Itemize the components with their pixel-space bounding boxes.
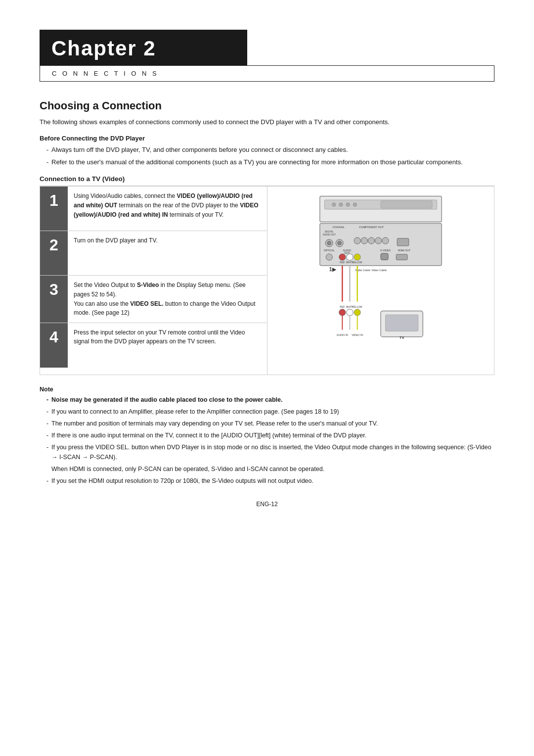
svg-text:YELLOW: YELLOW [353,306,362,308]
note-bullet-5: If you set the HDMI output resolution to… [46,476,494,486]
svg-point-20 [382,237,389,244]
note-bullet-2: The number and position of terminals may… [46,419,494,428]
svg-point-46 [347,309,353,316]
svg-text:DIGITAL: DIGITAL [325,231,334,234]
step-row-2: 2 Turn on the DVD player and TV. [40,231,267,276]
note-label: Note [40,386,494,393]
svg-point-27 [326,254,332,260]
svg-text:RED: RED [340,306,345,308]
step-content-1: Using Video/Audio cables, connect the VI… [68,187,267,231]
svg-point-2 [332,203,336,207]
svg-point-17 [361,237,367,244]
svg-text:YELLOW: YELLOW [353,261,362,264]
svg-point-16 [354,237,360,244]
svg-text:OPTICAL: OPTICAL [324,249,335,252]
note-no-bullet: When HDMI is connected, only P-SCAN can … [46,464,494,474]
svg-point-3 [339,203,343,207]
svg-point-47 [354,309,360,316]
svg-point-45 [339,309,346,316]
step-number-2: 2 [40,231,68,275]
svg-point-29 [347,254,353,260]
svg-point-28 [339,254,346,260]
svg-text:COMPONENT OUT: COMPONENT OUT [359,226,384,229]
svg-text:TV: TV [400,336,404,340]
steps-diagram-row: 1 Using Video/Audio cables, connect the … [40,186,494,375]
note-bullet-3: If there is one audio input terminal on … [46,430,494,440]
intro-text: The following shows examples of connecti… [40,117,494,128]
svg-text:AUDIO OUT: AUDIO OUT [323,234,336,236]
chapter-title: Chapter 2 [51,37,156,60]
step-number-3: 3 [40,276,68,322]
step-content-4: Press the input selector on your TV remo… [68,323,267,368]
note-bullets-list: Noise may be generated if the audio cabl… [46,395,494,486]
svg-text:COAXIAL: COAXIAL [332,226,345,229]
svg-text:AUDIO IN: AUDIO IN [337,333,348,336]
chapter-header: Chapter 2 C O N N E C T I O N S [40,30,494,82]
diagram-column: COAXIAL COMPONENT OUT DIGITAL AUDIO OUT … [267,187,494,375]
chapter-title-block: Chapter 2 [40,30,247,65]
step-content-2: Turn on the DVD player and TV. [68,231,267,275]
note-bullet-4: If you press the VIDEO SEL. button when … [46,442,494,462]
svg-point-19 [375,237,382,244]
before-heading: Before Connecting the DVD Player [40,135,494,142]
svg-rect-21 [397,238,409,246]
before-bullet-1: Always turn off the DVD player, TV, and … [46,145,494,155]
svg-text:VIDEO IN: VIDEO IN [352,333,363,336]
svg-point-18 [368,237,374,244]
svg-text:RED: RED [340,261,345,264]
svg-rect-31 [381,253,388,260]
note-bold-item: Noise may be generated if the audio cabl… [46,395,494,405]
step-number-1: 1 [40,187,68,231]
svg-point-15 [338,241,342,245]
note-bullet-1: If you want to connect to an Amplifier, … [46,407,494,417]
page-number: ENG-12 [40,501,494,508]
svg-point-5 [353,203,357,207]
connection-heading: Connection to a TV (Video) [40,175,494,186]
before-bullets-list: Always turn off the DVD player, TV, and … [46,145,494,168]
svg-text:Video Cable: Video Cable [371,269,387,272]
svg-text:HDMI OUT: HDMI OUT [398,249,411,252]
section-title: Choosing a Connection [40,99,494,112]
step-row-3: 3 Set the Video Output to S-Video in the… [40,276,267,323]
step-row-4: 4 Press the input selector on your TV re… [40,323,267,368]
svg-rect-6 [381,201,432,208]
steps-column: 1 Using Video/Audio cables, connect the … [40,187,267,375]
svg-point-4 [346,203,350,207]
step-content-3: Set the Video Output to S-Video in the D… [68,276,267,322]
svg-rect-32 [396,254,407,260]
svg-point-30 [354,254,360,260]
connection-diagram: COAXIAL COMPONENT OUT DIGITAL AUDIO OUT … [307,191,455,370]
svg-rect-52 [385,315,418,331]
svg-text:1▶: 1▶ [329,267,337,272]
chapter-subtitle: C O N N E C T I O N S [40,65,494,82]
svg-point-13 [327,241,331,245]
note-section: Note Noise may be generated if the audio… [40,386,494,486]
svg-text:S-VIDEO: S-VIDEO [380,249,391,252]
before-bullet-2: Refer to the user's manual of the additi… [46,157,494,168]
step-row-1: 1 Using Video/Audio cables, connect the … [40,187,267,231]
step-number-4: 4 [40,323,68,368]
